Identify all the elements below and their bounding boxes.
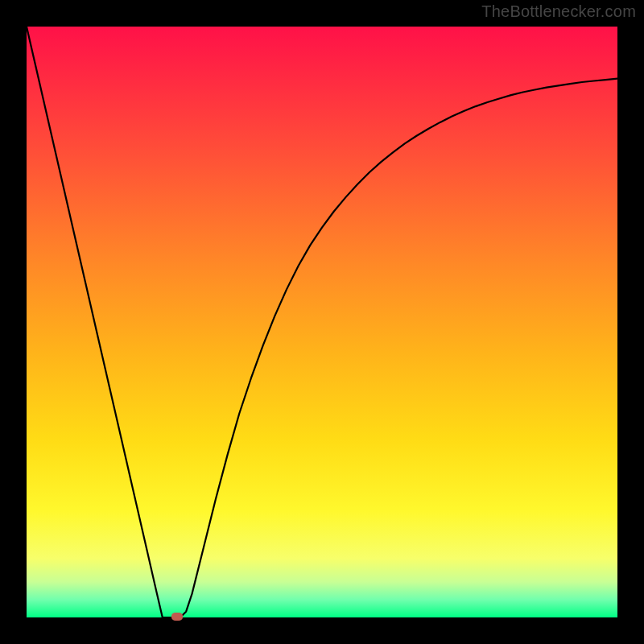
plot-area (27, 27, 617, 617)
source-link[interactable]: TheBottlenecker.com (481, 2, 636, 21)
optimum-marker (171, 613, 183, 621)
chart-frame: TheBottlenecker.com (0, 0, 644, 644)
chart-canvas (27, 27, 617, 617)
